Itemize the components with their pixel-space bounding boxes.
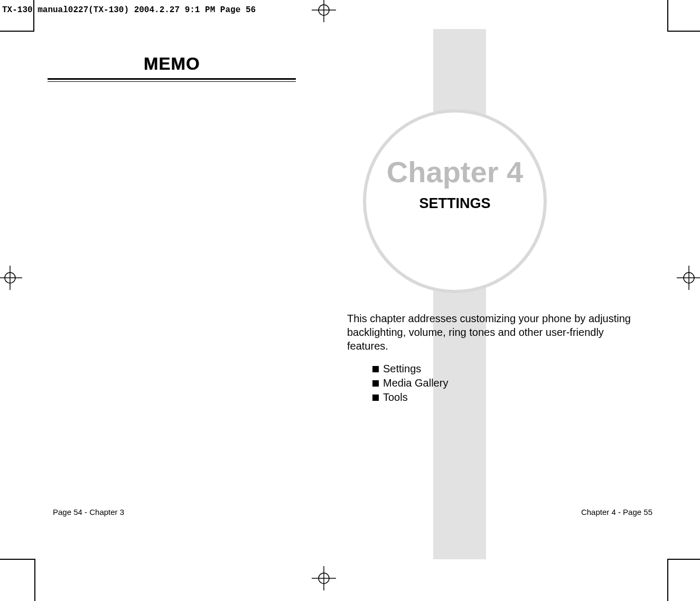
crop-mark [668,31,700,32]
crop-mark [667,559,668,601]
list-item-label: Tools [383,390,408,405]
footer-right: Chapter 4 - Page 55 [581,508,652,517]
chapter-title: Chapter 4 [387,155,523,189]
list-item-label: Settings [383,362,421,376]
bullet-icon [372,395,379,401]
divider [48,81,296,82]
registration-mark-icon [312,0,336,22]
crop-mark [34,559,35,601]
registration-mark-icon [312,566,336,590]
crop-mark [668,559,700,560]
bullet-icon [372,380,379,387]
metadata-line: TX-130 manual0227(TX-130) 2004.2.27 9:1 … [2,5,256,15]
list-item-label: Media Gallery [383,376,448,390]
chapter-circle: Chapter 4 SETTINGS [363,109,547,293]
crop-mark [667,0,668,32]
chapter-list: Settings Media Gallery Tools [372,362,448,405]
crop-mark [33,0,34,32]
divider [48,78,296,80]
chapter-subtitle: SETTINGS [419,195,490,212]
list-item: Tools [372,390,448,405]
registration-mark-icon [0,266,22,290]
list-item: Settings [372,362,448,376]
footer-left: Page 54 - Chapter 3 [53,508,124,517]
registration-mark-icon [677,266,700,290]
gray-band [433,29,486,559]
crop-mark [0,31,34,32]
list-item: Media Gallery [372,376,448,390]
memo-title: MEMO [48,54,296,78]
crop-mark [0,559,35,560]
chapter-description: This chapter addresses customizing your … [347,312,632,353]
bullet-icon [372,366,379,372]
memo-section: MEMO [48,54,296,82]
